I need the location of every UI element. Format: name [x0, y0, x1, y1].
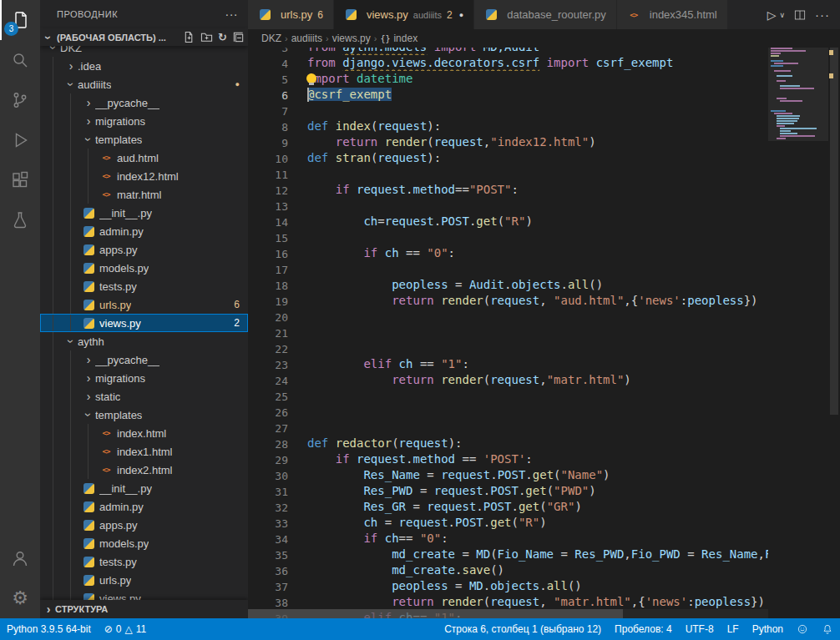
- code-line-34[interactable]: 34 if ch== "0":: [248, 531, 768, 547]
- code-line-9[interactable]: 9 return render(request,"index12.html"): [248, 134, 768, 150]
- code-line-38[interactable]: 38 return render(request, "matr.html",{'…: [248, 594, 768, 610]
- tree-file-tests.py[interactable]: tests.py: [40, 552, 248, 571]
- eol-status[interactable]: LF: [721, 618, 746, 640]
- code-line-22[interactable]: 22: [248, 340, 768, 356]
- extensions-view-icon[interactable]: [0, 160, 40, 200]
- minimap[interactable]: [768, 48, 828, 618]
- tab-index345.html[interactable]: <>index345.html: [617, 0, 728, 29]
- tree-folder-aythh[interactable]: ›aythh: [40, 332, 248, 350]
- tree-file-index.html[interactable]: <>index.html: [40, 424, 248, 442]
- code-line-33[interactable]: 33 ch = request.POST.get("R"): [248, 515, 768, 531]
- code-line-24[interactable]: 24 return render(request,"matr.html"): [248, 372, 768, 388]
- code-line-36[interactable]: 36 md_create.save(): [248, 562, 768, 578]
- code-line-7[interactable]: 7: [248, 103, 768, 118]
- code-line-19[interactable]: 19 return render(request, "aud.html",{'n…: [248, 293, 768, 309]
- tree-file-admin.py[interactable]: admin.py: [40, 222, 248, 240]
- tree-file-__init__.py[interactable]: __init__.py: [40, 479, 248, 497]
- settings-gear-icon[interactable]: ⚙: [0, 578, 40, 618]
- tree-file-models.py[interactable]: models.py: [40, 259, 248, 277]
- code-line-13[interactable]: 13: [248, 198, 768, 214]
- code-line-12[interactable]: 12 if request.method=="POST":: [248, 182, 768, 198]
- split-editor-icon[interactable]: [793, 8, 807, 22]
- code-line-5[interactable]: 5import datetime: [248, 71, 768, 87]
- code-line-14[interactable]: 14 ch=request.POST.get("R"): [248, 214, 768, 229]
- vertical-scrollbar[interactable]: [828, 48, 840, 618]
- breadcrumb-symbol-label[interactable]: index: [393, 33, 417, 44]
- feedback-status[interactable]: [790, 618, 815, 640]
- collapse-all-icon[interactable]: [232, 31, 245, 43]
- tree-file-matr.html[interactable]: <>matr.html: [40, 185, 248, 204]
- python-interpreter-status[interactable]: Python 3.9.5 64-bit: [0, 618, 98, 640]
- tree-file-urls.py[interactable]: urls.py: [40, 571, 248, 589]
- tree-file-models.py[interactable]: models.py: [40, 534, 248, 552]
- run-dropdown-chevron-icon[interactable]: ∨: [779, 11, 785, 19]
- tab-urls.py[interactable]: urls.py6: [248, 0, 334, 29]
- tree-file-index12.html[interactable]: <>index12.html: [40, 167, 248, 185]
- code-line-4[interactable]: 4from django.views.decorators.csrf impor…: [248, 55, 768, 71]
- refresh-icon[interactable]: ↻: [218, 32, 227, 43]
- code-line-10[interactable]: 10def stran(request):: [248, 150, 768, 166]
- code-line-32[interactable]: 32 Res_GR = request.POST.get("GR"): [248, 499, 768, 515]
- code-line-25[interactable]: 25: [248, 388, 768, 404]
- run-python-file-icon[interactable]: ▷: [767, 8, 777, 22]
- tree-file-urls.py[interactable]: urls.py6: [40, 295, 248, 314]
- code-line-35[interactable]: 35 md_create = MD(Fio_Name = Res_PWD,Fio…: [248, 547, 768, 562]
- accounts-icon[interactable]: [0, 538, 40, 578]
- indentation-status[interactable]: Пробелов: 4: [608, 618, 679, 640]
- run-debug-view-icon[interactable]: [0, 120, 40, 160]
- code-editor[interactable]: 3from aythh.models import MD,Audit4from …: [248, 48, 840, 618]
- explorer-view-icon[interactable]: 3: [0, 0, 40, 40]
- horizontal-scrollbar-slider[interactable]: [248, 609, 623, 618]
- code-line-30[interactable]: 30 Res_Name = request.POST.get("Name"): [248, 467, 768, 483]
- tree-file-index1.html[interactable]: <>index1.html: [40, 442, 248, 461]
- horizontal-scrollbar[interactable]: [248, 609, 768, 618]
- problems-status[interactable]: ⊘ 0 △ 11: [98, 618, 153, 640]
- tree-folder-static[interactable]: ›static: [40, 387, 248, 406]
- code-line-3[interactable]: 3from aythh.models import MD,Audit: [248, 48, 768, 55]
- tree-file-apps.py[interactable]: apps.py: [40, 240, 248, 259]
- code-line-20[interactable]: 20: [248, 309, 768, 325]
- breadcrumb-item-audiiits[interactable]: audiiits: [291, 33, 322, 44]
- more-actions-icon[interactable]: ···: [815, 8, 830, 22]
- tree-folder-templates[interactable]: ›templates: [40, 130, 248, 149]
- tree-folder-audiiits[interactable]: ›audiiits●: [40, 75, 248, 93]
- explorer-more-actions-icon[interactable]: ···: [225, 8, 239, 21]
- tree-file-apps.py[interactable]: apps.py: [40, 516, 248, 534]
- code-line-23[interactable]: 23 elif ch == "1":: [248, 356, 768, 372]
- language-mode-status[interactable]: Python: [746, 618, 790, 640]
- code-line-15[interactable]: 15: [248, 229, 768, 245]
- tree-folder-.idea[interactable]: ›.idea: [40, 57, 248, 75]
- tree-file-index2.html[interactable]: <>index2.html: [40, 461, 248, 479]
- cursor-position-status[interactable]: Строка 6, столбец 1 (выбрано 12): [438, 618, 608, 640]
- breadcrumb-item-DKZ[interactable]: DKZ: [261, 33, 281, 44]
- search-view-icon[interactable]: [0, 40, 40, 80]
- code-line-18[interactable]: 18 peopless = Audit.objects.all(): [248, 277, 768, 293]
- tree-folder-migrations[interactable]: ›migrations: [40, 369, 248, 387]
- code-line-31[interactable]: 31 Res_PWD = request.POST.get("PWD"): [248, 483, 768, 499]
- workspace-section-header[interactable]: › (РАБОЧАЯ ОБЛАСТЬ) ... ↻: [40, 28, 248, 46]
- tree-file-views.py[interactable]: views.py2: [40, 314, 248, 332]
- tree-file-__init__.py[interactable]: __init__.py: [40, 204, 248, 222]
- source-control-view-icon[interactable]: [0, 80, 40, 120]
- tree-folder-templates[interactable]: ›templates: [40, 406, 248, 424]
- code-line-21[interactable]: 21: [248, 325, 768, 340]
- tree-folder-__pycache__[interactable]: ›__pycache__: [40, 93, 248, 112]
- code-line-28[interactable]: 28def redactor(request):: [248, 436, 768, 451]
- tree-folder-migrations[interactable]: ›migrations: [40, 112, 248, 130]
- tree-folder-__pycache__[interactable]: ›__pycache__: [40, 350, 248, 369]
- new-folder-icon[interactable]: [200, 31, 213, 43]
- code-line-8[interactable]: 8def index(request):: [248, 118, 768, 134]
- lightbulb-icon[interactable]: [306, 73, 316, 83]
- tree-file-aud.html[interactable]: <>aud.html: [40, 149, 248, 167]
- code-line-11[interactable]: 11: [248, 166, 768, 182]
- breadcrumb-item-views.py[interactable]: views.py: [332, 33, 371, 44]
- code-line-29[interactable]: 29 if request.method == 'POST':: [248, 451, 768, 467]
- new-file-icon[interactable]: [183, 31, 195, 43]
- notifications-status[interactable]: [815, 618, 840, 640]
- code-line-37[interactable]: 37 peopless = MD.objects.all(): [248, 578, 768, 594]
- testing-view-icon[interactable]: [0, 200, 40, 240]
- code-line-17[interactable]: 17: [248, 261, 768, 277]
- tab-views.py[interactable]: views.pyaudiiits2●: [334, 0, 474, 29]
- tab-database_roouter.py[interactable]: database_roouter.py: [474, 0, 617, 29]
- code-line-6[interactable]: 6@csrf_exempt: [248, 87, 768, 103]
